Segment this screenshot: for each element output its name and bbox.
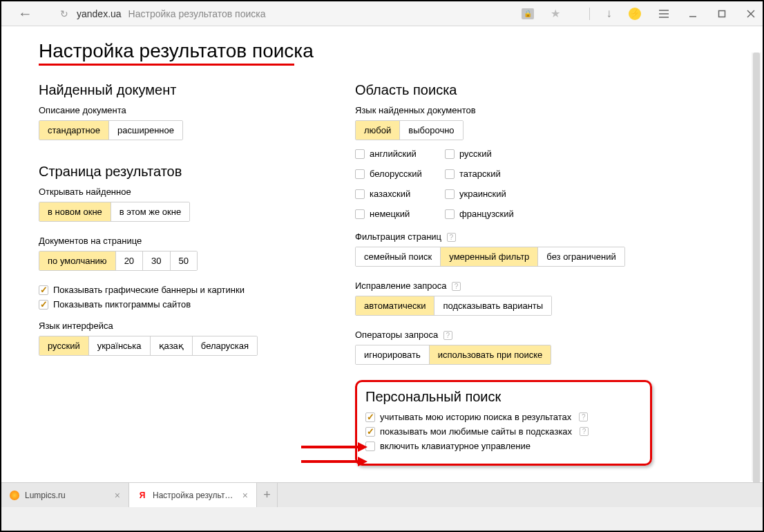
lang-fr-label: французский	[459, 209, 514, 219]
doc-lang-label: Язык найденных документов	[355, 105, 652, 115]
spell-auto-button[interactable]: автоматически	[356, 296, 434, 315]
doc-lang-checkboxes: английский русский белорусский татарский…	[355, 149, 652, 223]
lang-kk-checkbox[interactable]	[355, 189, 365, 199]
url-page-title: Настройка результатов поиска	[128, 8, 266, 19]
help-icon[interactable]: ?	[452, 282, 461, 291]
filter-family-button[interactable]: семейный поиск	[356, 247, 441, 266]
spell-label: Исправление запроса ?	[355, 281, 652, 291]
lang-ru-checkbox[interactable]	[445, 149, 455, 159]
lock-icon[interactable]: 🔒	[522, 8, 534, 19]
page-viewport: Настройка результатов поиска Найденный д…	[1, 26, 763, 507]
show-favicons-checkbox[interactable]	[39, 300, 48, 310]
ui-lang-uk-button[interactable]: українська	[89, 336, 151, 355]
window-close-button[interactable]	[745, 8, 757, 20]
ui-lang-be-button[interactable]: беларуская	[193, 336, 257, 355]
lang-de-checkbox[interactable]	[355, 209, 365, 219]
favicon-yandex: Я	[137, 491, 147, 500]
url-domain: yandex.ua	[77, 8, 122, 19]
bookmark-star-icon[interactable]: ★	[551, 7, 560, 20]
ui-lang-group: русский українська қазақ беларуская	[39, 336, 258, 356]
lang-fr-checkbox[interactable]	[445, 209, 455, 219]
left-column: Найденный документ Описание документа ст…	[39, 79, 355, 466]
search-area-title: Область поиска	[355, 82, 652, 98]
tab-yandex-settings[interactable]: Я Настройка результатов п ×	[129, 483, 257, 507]
tab-title: Настройка результатов п	[153, 491, 237, 500]
tab-close-icon[interactable]: ×	[242, 490, 248, 501]
open-found-label: Открывать найденное	[39, 187, 355, 197]
ui-lang-kk-button[interactable]: қазақ	[151, 336, 193, 355]
docs-20-button[interactable]: 20	[116, 251, 143, 270]
ops-ignore-button[interactable]: игнорировать	[356, 345, 430, 364]
personal-fav-label: показывать мои любимые сайты в подсказка…	[380, 426, 572, 437]
personal-kbd-label: включить клавиатурное управление	[380, 441, 531, 451]
new-tab-button[interactable]: +	[257, 483, 278, 507]
personal-history-checkbox[interactable]	[365, 412, 375, 422]
filter-moderate-button[interactable]: умеренный фильтр	[441, 247, 538, 266]
docs-per-page-label: Документов на странице	[39, 236, 355, 246]
favicon-lumpics	[10, 491, 19, 500]
show-banners-checkbox[interactable]	[39, 285, 48, 295]
page-filter-group: семейный поиск умеренный фильтр без огра…	[355, 247, 625, 267]
tab-close-icon[interactable]: ×	[115, 490, 120, 501]
personal-search-title: Персональный поиск	[365, 389, 642, 405]
personal-fav-checkbox[interactable]	[365, 427, 375, 437]
show-banners-row: Показывать графические баннеры и картинк…	[39, 285, 355, 295]
desc-extended-button[interactable]: расширенное	[109, 121, 182, 140]
lang-kk-label: казахский	[370, 189, 410, 199]
spell-suggest-button[interactable]: подсказывать варианты	[434, 296, 551, 315]
ops-label: Операторы запроса ?	[355, 330, 652, 340]
annotation-underline	[39, 64, 294, 66]
back-button[interactable]: ←	[7, 6, 44, 22]
tab-strip: Lumpics.ru × Я Настройка результатов п ×…	[1, 482, 763, 507]
doc-description-label: Описание документа	[39, 105, 355, 115]
help-icon[interactable]: ?	[443, 331, 452, 340]
browser-toolbar: ← ↻ yandex.ua Настройка результатов поис…	[1, 1, 763, 26]
turbo-icon[interactable]: ⚡	[629, 8, 641, 20]
docs-default-button[interactable]: по умолчанию	[39, 251, 116, 270]
vertical-scrollbar[interactable]	[752, 53, 761, 481]
refresh-icon[interactable]: ↻	[59, 7, 70, 21]
doc-lang-select-button[interactable]: выборочно	[400, 121, 462, 140]
help-icon[interactable]: ?	[579, 412, 588, 421]
show-banners-label: Показывать графические баннеры и картинк…	[53, 285, 245, 295]
annotation-arrows	[301, 442, 367, 466]
lang-be-checkbox[interactable]	[355, 169, 365, 179]
spell-group: автоматически подсказывать варианты	[355, 296, 552, 316]
open-same-window-button[interactable]: в этом же окне	[111, 202, 189, 221]
tab-title: Lumpics.ru	[25, 491, 109, 500]
personal-search-highlight: Персональный поиск учитывать мою историю…	[355, 380, 652, 466]
lang-de-label: немецкий	[370, 209, 410, 219]
lang-uk-checkbox[interactable]	[445, 189, 455, 199]
right-column: Область поиска Язык найденных документов…	[355, 79, 652, 466]
page-title: Настройка результатов поиска	[39, 40, 314, 62]
help-icon[interactable]: ?	[580, 427, 589, 436]
minimize-button[interactable]	[687, 8, 699, 20]
downloads-icon[interactable]: ↓	[607, 7, 613, 21]
tab-lumpics[interactable]: Lumpics.ru ×	[1, 483, 129, 507]
ops-use-button[interactable]: использовать при поиске	[430, 345, 551, 364]
svg-marker-8	[358, 442, 367, 452]
help-icon[interactable]: ?	[447, 233, 456, 242]
docs-per-page-group: по умолчанию 20 30 50	[39, 251, 198, 271]
menu-icon[interactable]	[658, 8, 670, 20]
open-new-window-button[interactable]: в новом окне	[39, 202, 111, 221]
docs-30-button[interactable]: 30	[143, 251, 170, 270]
maximize-button[interactable]	[716, 8, 728, 20]
lang-en-checkbox[interactable]	[355, 149, 365, 159]
filter-none-button[interactable]: без ограничений	[538, 247, 624, 266]
personal-history-label: учитывать мою историю поиска в результат…	[380, 412, 571, 422]
doc-lang-any-button[interactable]: любой	[356, 121, 400, 140]
doc-lang-group: любой выборочно	[355, 120, 464, 140]
address-bar[interactable]: ↻ yandex.ua Настройка результатов поиска	[59, 7, 266, 21]
ui-lang-ru-button[interactable]: русский	[39, 336, 89, 355]
lang-tt-checkbox[interactable]	[445, 169, 455, 179]
svg-marker-10	[358, 457, 367, 466]
show-favicons-row: Показывать пиктограммы сайтов	[39, 299, 355, 310]
docs-50-button[interactable]: 50	[171, 251, 197, 270]
page-filter-label: Фильтрация страниц ?	[355, 231, 652, 242]
desc-standard-button[interactable]: стандартное	[39, 121, 109, 140]
lang-uk-label: украинский	[459, 189, 506, 199]
doc-description-group: стандартное расширенное	[39, 120, 183, 140]
lang-en-label: английский	[370, 149, 417, 159]
separator	[589, 8, 590, 20]
